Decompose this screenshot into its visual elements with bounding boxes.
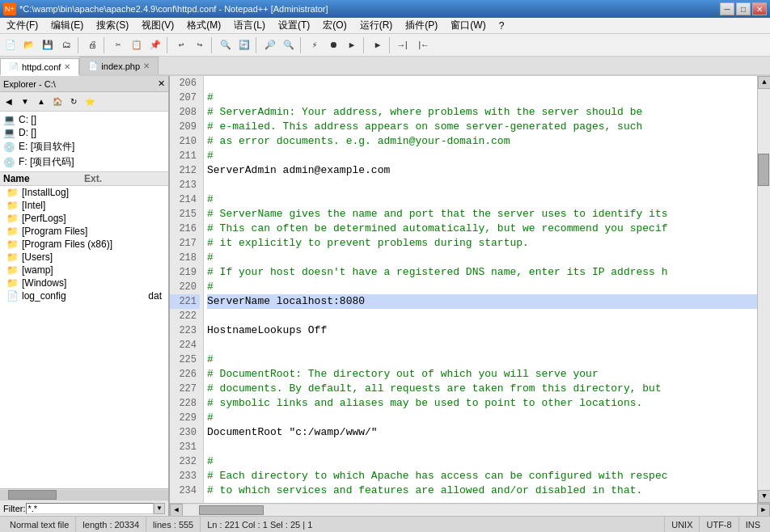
print-button[interactable]: 🖨 <box>83 36 101 54</box>
menu-macro[interactable]: 宏(O) <box>316 18 353 33</box>
status-encoding: UTF-8 <box>700 517 738 532</box>
tab-label-httpd: httpd.conf <box>22 62 61 72</box>
explorer-close-icon[interactable]: ✕ <box>158 78 165 89</box>
status-filetype: Normal text file <box>3 517 76 532</box>
file-log-config[interactable]: 📄 log_config dat <box>0 289 168 302</box>
folder-windows-label: [Windows] <box>22 277 66 289</box>
scroll-thumb[interactable] <box>758 154 769 186</box>
menu-plugins[interactable]: 插件(P) <box>399 18 444 33</box>
drive-f[interactable]: 💿 F: [项目代码] <box>0 154 168 170</box>
macro-play-button[interactable]: ▶ <box>343 36 361 54</box>
line-num-220: 220 <box>170 280 200 294</box>
code-line-233: # Each directory to which Apache has acc… <box>207 469 757 483</box>
zoom-out-button[interactable]: 🔍 <box>280 36 298 54</box>
tab-index-php[interactable]: 📄 index.php ✕ <box>79 57 159 74</box>
explorer-horizontal-scrollbar[interactable] <box>0 488 168 500</box>
minimize-button[interactable]: ─ <box>720 2 734 15</box>
menu-format[interactable]: 格式(M) <box>180 18 227 33</box>
toolbar-separator-3 <box>167 37 170 53</box>
new-button[interactable]: 📄 <box>2 36 19 54</box>
folder-installlog-icon: 📁 <box>6 187 19 198</box>
folder-perflogs[interactable]: 📁 [PerfLogs] <box>0 212 168 225</box>
editor-horizontal-scrollbar[interactable]: ◀ ▶ <box>170 503 770 516</box>
drive-d[interactable]: 💻 D: [] <box>0 126 168 139</box>
explorer-back-button[interactable]: ◀ <box>2 95 16 109</box>
menu-window[interactable]: 窗口(W) <box>444 18 492 33</box>
menu-settings[interactable]: 设置(T) <box>272 18 316 33</box>
undo-button[interactable]: ↩ <box>172 36 190 54</box>
run-button[interactable]: ▶ <box>369 36 387 54</box>
folder-intel[interactable]: 📁 [Intel] <box>0 199 168 212</box>
explorer-home-button[interactable]: 🏠 <box>50 95 65 109</box>
tab-httpd-conf[interactable]: 📄 httpd.conf ✕ <box>0 58 79 76</box>
folder-programfiles-x86[interactable]: 📁 [Program Files (x86)] <box>0 238 168 251</box>
tab-close-httpd[interactable]: ✕ <box>64 62 70 71</box>
status-cursor-text: Ln : 221 Col : 1 Sel : 25 | 1 <box>207 520 312 530</box>
explorer-panel: Explorer - C:\ ✕ ◀ ▼ ▲ 🏠 ↻ ⭐ 💻 C: [] 💻 D… <box>0 76 170 516</box>
menu-language[interactable]: 语言(L) <box>227 18 272 33</box>
code-line-234: # to which services and features are all… <box>207 483 757 498</box>
maximize-button[interactable]: □ <box>736 2 751 15</box>
toolbar-separator-7 <box>363 37 366 53</box>
line-num-227: 227 <box>170 382 200 396</box>
status-cursor: Ln : 221 Col : 1 Sel : 25 | 1 <box>201 517 665 532</box>
code-line-217: # it explicitly to prevent problems duri… <box>207 236 757 251</box>
ex-scroll-track[interactable] <box>0 490 168 500</box>
h-scroll-right-arrow[interactable]: ▶ <box>757 504 770 517</box>
zoom-in-button[interactable]: 🔎 <box>261 36 279 54</box>
open-button[interactable]: 📂 <box>20 36 38 54</box>
menu-file[interactable]: 文件(F) <box>0 18 44 33</box>
save-button[interactable]: 💾 <box>39 36 57 54</box>
drive-e[interactable]: 💿 E: [项目软件] <box>0 139 168 154</box>
h-scroll-left-arrow[interactable]: ◀ <box>170 504 183 517</box>
code-content[interactable]: # # ServerAdmin: Your address, where pro… <box>204 76 757 503</box>
sync-button[interactable]: ⚡ <box>306 36 324 54</box>
cut-button[interactable]: ✂ <box>109 36 127 54</box>
menu-run[interactable]: 运行(R) <box>353 18 400 33</box>
drive-e-icon: 💿 <box>3 141 15 153</box>
filter-dropdown[interactable]: ▼ <box>154 503 165 514</box>
folder-programfiles[interactable]: 📁 [Program Files] <box>0 225 168 238</box>
code-line-211: # <box>207 149 757 163</box>
line-num-219: 219 <box>170 265 200 280</box>
h-scroll-track[interactable] <box>183 505 757 516</box>
menu-help[interactable]: ? <box>493 18 511 33</box>
paste-button[interactable]: 📌 <box>146 36 164 54</box>
scroll-track[interactable] <box>758 89 770 490</box>
explorer-up-button[interactable]: ▲ <box>34 95 49 109</box>
save-all-button[interactable]: 🗂 <box>57 36 75 54</box>
editor-vertical-scrollbar[interactable]: ▲ ▼ <box>757 76 770 503</box>
window-controls[interactable]: ─ □ ✕ <box>720 2 767 15</box>
folder-installlog[interactable]: 📁 [InstallLog] <box>0 186 168 199</box>
explorer-forward-button[interactable]: ▼ <box>18 95 32 109</box>
menu-bar: 文件(F) 编辑(E) 搜索(S) 视图(V) 格式(M) 语言(L) 设置(T… <box>0 18 770 34</box>
indent-button[interactable]: →| <box>395 36 412 54</box>
macro-rec-button[interactable]: ⏺ <box>324 36 342 54</box>
scroll-up-arrow[interactable]: ▲ <box>758 76 770 89</box>
drive-c[interactable]: 💻 C: [] <box>0 113 168 126</box>
replace-button[interactable]: 🔄 <box>235 36 253 54</box>
line-num-212: 212 <box>170 163 200 178</box>
menu-search[interactable]: 搜索(S) <box>90 18 135 33</box>
line-num-215: 215 <box>170 207 200 222</box>
folder-users[interactable]: 📁 [Users] <box>0 251 168 264</box>
explorer-fav-button[interactable]: ⭐ <box>82 95 97 109</box>
filter-input[interactable] <box>26 503 154 514</box>
outdent-button[interactable]: |← <box>413 36 431 54</box>
scroll-down-arrow[interactable]: ▼ <box>758 490 770 503</box>
redo-button[interactable]: ↪ <box>191 36 209 54</box>
line-num-217: 217 <box>170 236 200 251</box>
folder-windows[interactable]: 📁 [Windows] <box>0 277 168 289</box>
find-button[interactable]: 🔍 <box>217 36 235 54</box>
ex-scroll-thumb[interactable] <box>8 490 57 500</box>
close-button[interactable]: ✕ <box>752 2 767 15</box>
menu-edit[interactable]: 编辑(E) <box>44 18 90 33</box>
explorer-refresh-button[interactable]: ↻ <box>66 95 81 109</box>
h-scroll-thumb[interactable] <box>199 505 264 515</box>
tab-close-index[interactable]: ✕ <box>143 61 150 70</box>
drive-e-label: E: [项目软件] <box>19 140 74 154</box>
folder-wamp[interactable]: 📁 [wamp] <box>0 264 168 277</box>
code-line-221: ServerName localhost:8080 <box>207 294 757 309</box>
menu-view[interactable]: 视图(V) <box>135 18 180 33</box>
copy-button[interactable]: 📋 <box>128 36 146 54</box>
